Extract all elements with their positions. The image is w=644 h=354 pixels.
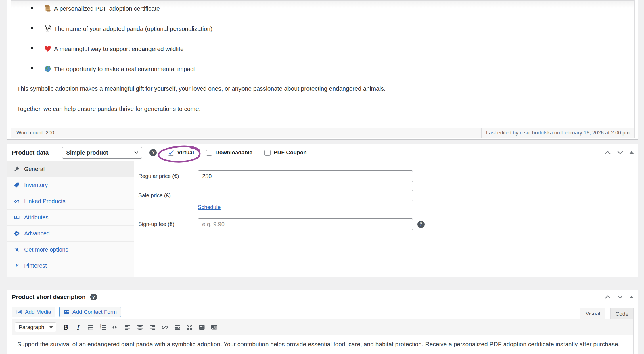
tab-code[interactable]: Code [610,308,634,319]
short-description-editor: Paragraph B I 123 [12,319,634,354]
description-postbox: A personalized PDF adoption certificate … [7,0,638,140]
move-up-icon[interactable] [605,295,611,299]
insert-link-button[interactable] [160,322,170,332]
list-item: A meaningful way to support endangered w… [44,45,628,52]
blockquote-button[interactable] [110,322,120,332]
downloadable-label: Downloadable [215,149,252,156]
bold-button[interactable]: B [61,322,71,332]
short-description-help-icon[interactable]: ? [90,294,97,300]
list-item-text: The name of your adopted panda (optional… [54,25,212,32]
align-center-button[interactable] [135,322,145,332]
form-icon [198,324,205,331]
tab-get-more-options[interactable]: Get more options [7,242,134,258]
toggle-panel-icon[interactable] [629,151,634,154]
postbox-controls [605,291,634,303]
virtual-label: Virtual [177,149,194,156]
tab-inventory[interactable]: Inventory [7,177,134,193]
pdf-coupon-label: PDF Coupon [274,149,307,156]
tab-attributes[interactable]: Attributes [7,210,134,226]
bullet-list-button[interactable] [86,322,95,332]
fullscreen-icon [186,324,193,331]
add-contact-form-button[interactable]: Add Contact Form [59,307,121,317]
list-item-text: A personalized PDF adoption certificate [54,5,160,12]
sale-price-block: Sale price (€) Schedule [138,190,638,210]
sale-price-row: Sale price (€) [138,190,638,201]
short-description-header: Product short description ? [7,290,638,304]
align-center-icon [137,324,143,331]
signup-fee-label: Sign-up fee (€) [138,218,198,227]
fullscreen-button[interactable] [185,322,194,332]
description-editor-content[interactable]: A personalized PDF adoption certificate … [11,1,634,116]
keyboard-icon [211,324,218,331]
scroll-emoji [44,5,51,12]
globe-emoji [44,65,51,73]
attributes-card-icon [14,214,20,220]
downloadable-checkbox[interactable] [206,150,212,156]
shortcode-form-button[interactable] [197,322,207,332]
product-data-postbox: Product data — Simple product ? Virtual … [7,144,638,277]
align-right-icon [149,324,156,331]
regular-price-input[interactable] [198,170,413,182]
short-description-content[interactable]: Support the survival of an endangered gi… [12,335,633,354]
wrench-icon [14,166,20,172]
product-data-tabs: General Inventory Linked Products Attrib… [7,161,134,277]
virtual-checkbox[interactable] [168,150,174,156]
numbered-list-button[interactable]: 123 [98,322,108,332]
add-media-label: Add Media [25,309,51,315]
align-right-button[interactable] [147,322,157,332]
list-item-text: The opportunity to make a real environme… [54,66,195,72]
bold-icon: B [64,323,68,331]
align-left-icon [124,324,131,331]
align-left-button[interactable] [123,322,133,332]
block-format-dropdown[interactable]: Paragraph [15,322,56,332]
pdf-coupon-checkbox[interactable] [264,150,271,156]
divider [162,148,162,157]
schedule-link[interactable]: Schedule [198,204,221,210]
italic-button[interactable]: I [73,322,83,332]
list-item-text: A meaningful way to support endangered w… [54,45,184,52]
toggle-panel-icon[interactable] [629,296,634,298]
tab-visual[interactable]: Visual [580,308,605,319]
add-contact-form-label: Add Contact Form [72,309,117,315]
tab-pinterest[interactable]: P Pinterest [7,258,134,274]
signup-fee-input[interactable] [198,218,413,230]
more-tag-button[interactable] [172,322,182,332]
product-data-header: Product data — Simple product ? Virtual … [7,144,638,161]
move-down-icon[interactable] [617,151,623,155]
chevron-down-icon [49,326,53,328]
editor-statusbar: Word count: 200 Last edited by n.suchodo… [11,128,634,138]
virtual-checkbox-option[interactable]: Virtual [168,149,194,156]
downloadable-checkbox-option[interactable]: Downloadable [206,149,252,156]
tab-label: Get more options [24,246,68,253]
keyboard-shortcuts-button[interactable] [209,322,219,332]
postbox-controls [605,144,634,161]
move-up-icon[interactable] [605,151,611,155]
pdf-coupon-checkbox-option[interactable]: PDF Coupon [264,149,307,156]
signup-fee-help-icon[interactable]: ? [417,221,425,228]
tab-advanced[interactable]: Advanced [7,226,134,242]
numbered-list-icon: 123 [99,324,106,331]
add-media-button[interactable]: Add Media [12,307,55,317]
more-tag-icon [174,324,181,331]
svg-text:P: P [15,263,18,269]
heart-emoji [44,45,51,52]
check-icon [168,151,173,155]
media-icon [16,309,22,315]
regular-price-label: Regular price (€) [138,170,198,179]
sale-price-input[interactable] [198,190,413,201]
product-type-help-icon[interactable]: ? [150,149,157,156]
tab-linked-products[interactable]: Linked Products [7,193,134,210]
tab-general[interactable]: General [7,161,134,177]
word-count: Word count: 200 [11,130,54,136]
tag-icon [14,182,20,188]
list-item: A personalized PDF adoption certificate [44,5,628,12]
blockquote-icon [112,324,119,331]
product-data-title-dash: — [51,149,57,156]
general-tab-panel: Regular price (€) Sale price (€) Schedul… [134,161,638,277]
product-type-select[interactable]: Simple product [62,147,142,159]
editor-tools: Add Media Add Contact Form Visual Code [7,304,638,319]
link-icon [14,198,20,204]
move-down-icon[interactable] [617,295,623,299]
block-format-value: Paragraph [19,324,44,330]
last-edited-info: Last edited by n.suchodolska on February… [481,128,634,138]
